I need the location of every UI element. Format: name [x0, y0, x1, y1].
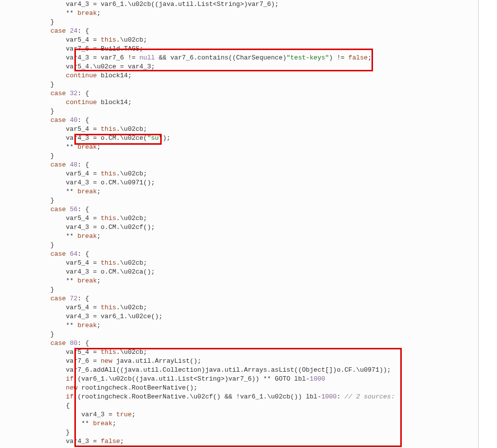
code-line: var4_3 = true; [4, 410, 474, 419]
code-line: continue block14; [4, 98, 474, 107]
code-line: } [4, 330, 474, 339]
code-line: case 48: { [4, 161, 474, 169]
code-line: } [4, 18, 474, 27]
code-line: case 56: { [4, 205, 474, 214]
code-line: var5_4 = this.\u02cb; [4, 303, 474, 312]
code-line: ** break; [4, 187, 474, 196]
code-line: } [4, 152, 474, 161]
code-line: { [4, 401, 474, 410]
code-line: case 72: { [4, 294, 474, 303]
code-line: } [4, 107, 474, 116]
code-line: var7_6.addAll((java.util.Collection)java… [4, 366, 474, 375]
code-line: var4_3 = o.CM.\u02cf(); [4, 223, 474, 232]
code-line: var4_3 = o.CM.\u02ca(); [4, 268, 474, 277]
code-line: var7_6 = Build.TAGS; [4, 45, 474, 54]
code-line: } [4, 196, 474, 205]
code-viewer: var4_3 = var6_1.\u02cb((java.util.List<S… [0, 0, 479, 448]
code-block[interactable]: var4_3 = var6_1.\u02cb((java.util.List<S… [0, 0, 478, 446]
code-line: ** break; [4, 232, 474, 241]
code-line: ** break; [4, 321, 474, 330]
code-line: var4_3 = var7_6 != null && var7_6.contai… [4, 54, 474, 62]
code-line: var4_3 = var6_1.\u02ce(); [4, 312, 474, 321]
code-line: if (var6_1.\u02cb((java.util.List<String… [4, 375, 474, 384]
code-line: var5_4 = this.\u02cb; [4, 36, 474, 45]
code-line: var5_4 = this.\u02cb; [4, 169, 474, 178]
code-line: case 32: { [4, 89, 474, 98]
code-line: ** break; [4, 9, 474, 18]
code-line: if (rootingcheck.RootBeerNative.\u02cf()… [4, 392, 474, 401]
code-line: case 24: { [4, 27, 474, 36]
code-line: new rootingcheck.RootBeerNative(); [4, 384, 474, 392]
code-line: var5_4.\u02ce = var4_3; [4, 62, 474, 71]
code-line: var7_6 = new java.util.ArrayList(); [4, 357, 474, 366]
code-line: ** break; [4, 419, 474, 428]
code-line: case 64: { [4, 250, 474, 259]
code-line: } [4, 241, 474, 250]
code-line: var4_3 = o.CM.\u0971(); [4, 178, 474, 187]
code-line: var4_3 = false; [4, 437, 474, 446]
code-line: var5_4 = this.\u02cb; [4, 125, 474, 134]
code-line: var5_4 = this.\u02cb; [4, 348, 474, 357]
code-line: case 80: { [4, 339, 474, 348]
code-line: var5_4 = this.\u02cb; [4, 214, 474, 223]
code-line: var4_3 = var6_1.\u02cb((java.util.List<S… [4, 0, 474, 9]
code-line: var5_4 = this.\u02cb; [4, 259, 474, 268]
code-line: } [4, 285, 474, 294]
code-line: } [4, 428, 474, 437]
code-line: var4_3 = o.CM.\u02ce("su"); [4, 134, 474, 143]
code-line: ** break; [4, 277, 474, 285]
code-line: case 40: { [4, 116, 474, 125]
code-line: ** break; [4, 143, 474, 152]
code-line: } [4, 80, 474, 89]
code-line: continue block14; [4, 71, 474, 80]
